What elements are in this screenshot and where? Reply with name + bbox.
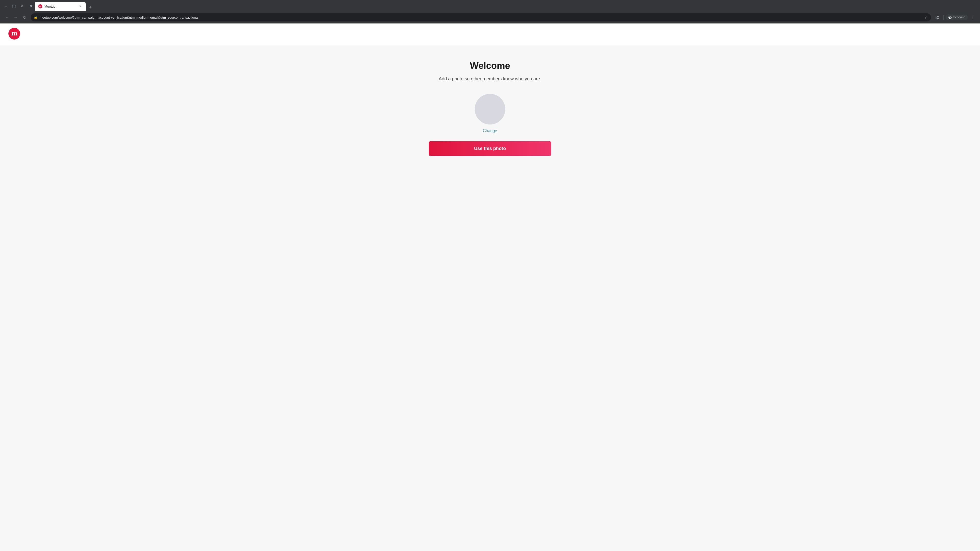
browser-titlebar: − ❐ × ▼ m Meetup × + — [0, 0, 980, 11]
avatar-placeholder — [475, 94, 505, 124]
tab-title: Meetup — [45, 5, 76, 8]
svg-rect-2 — [936, 17, 937, 19]
use-photo-button[interactable]: Use this photo — [429, 141, 551, 156]
lock-icon: 🔒 — [34, 16, 38, 19]
browser-chrome: − ❐ × ▼ m Meetup × + ← → ↻ 🔒 meetup.com/… — [0, 0, 980, 24]
svg-rect-1 — [938, 16, 939, 17]
svg-text:m: m — [11, 29, 17, 37]
incognito-label: Incognito — [953, 16, 965, 19]
toolbar-divider — [943, 15, 943, 20]
tab-favicon: m — [38, 4, 42, 8]
nav-buttons: ← → ↻ — [3, 13, 29, 21]
tab-overflow-button[interactable]: ▼ — [27, 3, 35, 10]
new-tab-button[interactable]: + — [87, 4, 94, 11]
toolbar-right: Incognito ⋮ — [933, 13, 977, 21]
back-button[interactable]: ← — [3, 13, 11, 21]
address-bar[interactable]: 🔒 meetup.com/welcome/?utm_campaign=accou… — [30, 13, 931, 21]
window-maximize-button[interactable]: ❐ — [10, 3, 18, 10]
main-content: Welcome Add a photo so other members kno… — [0, 45, 980, 176]
tab-close-button[interactable]: × — [78, 4, 82, 8]
meetup-logo: m — [8, 27, 972, 41]
window-close-button[interactable]: × — [18, 3, 25, 10]
browser-toolbar: ← → ↻ 🔒 meetup.com/welcome/?utm_campaign… — [0, 11, 980, 24]
window-minimize-button[interactable]: − — [2, 3, 9, 10]
forward-button[interactable]: → — [12, 13, 20, 21]
avatar-section: Change — [475, 94, 505, 133]
incognito-badge: Incognito — [945, 14, 968, 20]
extensions-button[interactable] — [933, 13, 941, 21]
active-tab[interactable]: m Meetup × — [35, 2, 86, 11]
site-header: m — [0, 24, 980, 45]
tab-bar: m Meetup × + — [35, 2, 94, 11]
page-title: Welcome — [470, 60, 510, 71]
change-photo-link[interactable]: Change — [483, 129, 497, 133]
window-controls: − ❐ × — [2, 3, 25, 10]
page-subtitle: Add a photo so other members know who yo… — [439, 76, 541, 82]
bookmark-icon: ☆ — [924, 15, 928, 19]
page-content: m Welcome Add a photo so other members k… — [0, 24, 980, 551]
refresh-button[interactable]: ↻ — [21, 13, 29, 21]
browser-menu-button[interactable]: ⋮ — [969, 13, 977, 21]
svg-rect-3 — [938, 17, 939, 19]
svg-rect-0 — [936, 16, 937, 17]
url-text: meetup.com/welcome/?utm_campaign=account… — [40, 16, 923, 19]
